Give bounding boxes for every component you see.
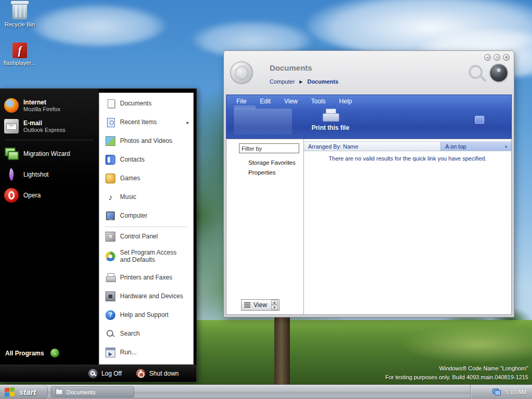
start-menu-separator	[104, 227, 188, 227]
taskbar-task-documents[interactable]: Documents	[51, 387, 134, 397]
meadow-highlight	[400, 325, 532, 364]
printer-icon	[105, 273, 115, 283]
start-item-hardware-devices[interactable]: Hardware and Devices	[99, 287, 193, 305]
start-item-opera[interactable]: Opera	[0, 185, 99, 206]
arranged-by-header[interactable]: Arranged By: Name	[304, 142, 441, 151]
control-panel-icon	[105, 232, 115, 242]
link-properties[interactable]: Properties	[248, 168, 296, 178]
start-item-migration-wizard[interactable]: Migration Wizard	[0, 143, 99, 164]
breadcrumb-documents[interactable]: Documents	[307, 78, 338, 85]
view-label: View	[254, 301, 267, 309]
breadcrumb-computer[interactable]: Computer	[270, 78, 295, 85]
submenu-arrow-icon: ▸	[187, 119, 189, 125]
desktop-icon-recycle-bin[interactable]: Recycle Bin	[1, 2, 38, 28]
desktop-icon-label: Recycle Bin	[1, 21, 38, 28]
left-pane: Storage Favorites Properties View ▲ ▼	[227, 139, 304, 314]
system-tray: 5:10 AM	[470, 385, 532, 399]
start-button[interactable]: start	[0, 385, 48, 399]
start-item-computer[interactable]: Computer	[99, 206, 193, 225]
item-label: Printers and Faxes	[120, 274, 183, 281]
filter-input[interactable]	[239, 143, 299, 153]
start-item-internet[interactable]: Internet Mozilla Firefox	[0, 95, 99, 116]
start-item-contacts[interactable]: Contacts	[99, 150, 193, 169]
item-label: Help and Support	[120, 311, 183, 318]
view-selector[interactable]: View ▲ ▼	[241, 299, 280, 311]
item-label: Games	[120, 175, 183, 182]
documents-window: Documents Computer ▶ Documents – ▫ × * F…	[223, 50, 514, 317]
menu-view[interactable]: View	[277, 96, 304, 107]
folder-icon	[56, 389, 63, 395]
network-tray-icon[interactable]	[493, 389, 501, 395]
task-button-label: Documents	[66, 389, 96, 395]
watermark-line1: Windows® Code Name "Longhorn"	[385, 364, 528, 373]
start-menu-left-column: Internet Mozilla Firefox E-mail Outlook …	[0, 89, 99, 365]
taskbar-clock[interactable]: 5:10 AM	[506, 389, 526, 395]
start-item-help-support[interactable]: ? Help and Support	[99, 305, 193, 324]
start-item-program-access[interactable]: Set Program Access and Defaults	[99, 244, 193, 268]
link-storage-favorites[interactable]: Storage Favorites	[248, 158, 296, 168]
item-label: Recent Items	[120, 118, 182, 126]
print-label: Print this file	[289, 124, 372, 131]
start-item-control-panel[interactable]: Control Panel	[99, 229, 193, 244]
folder-watermark-icon	[234, 109, 292, 135]
quick-links: Storage Favorites Properties	[248, 158, 296, 178]
folder-orb-icon	[230, 61, 253, 84]
start-item-recent-items[interactable]: Recent Items ▸	[99, 113, 193, 131]
documents-icon	[105, 99, 115, 109]
start-item-title: E-mail	[23, 119, 65, 127]
search-icon[interactable]	[469, 65, 483, 79]
breadcrumb-separator-icon: ▶	[299, 79, 302, 84]
start-item-games[interactable]: Games	[99, 169, 193, 188]
spinner-up-icon[interactable]: ▲	[271, 300, 278, 305]
item-label: Hardware and Devices	[120, 292, 183, 300]
toolbar-small-button[interactable]	[475, 116, 484, 124]
start-item-email[interactable]: E-mail Outlook Express	[0, 116, 99, 137]
games-icon	[105, 174, 115, 183]
sort-order-header[interactable]: A on top ▲	[441, 142, 511, 151]
results-pane: Arranged By: Name A on top ▲ There are n…	[304, 139, 511, 314]
shut-down-label: Shut down	[149, 370, 179, 377]
menu-file[interactable]: File	[230, 96, 253, 107]
start-item-run[interactable]: Run...	[99, 343, 193, 362]
minimize-button[interactable]: –	[484, 54, 491, 61]
recent-items-icon	[105, 117, 115, 127]
start-item-music[interactable]: ♪ Music	[99, 188, 193, 206]
build-watermark: Windows® Code Name "Longhorn" For testin…	[385, 364, 528, 382]
start-button-label: start	[19, 388, 36, 396]
windows-flag-icon	[5, 387, 16, 397]
start-item-subtitle: Mozilla Firefox	[23, 106, 60, 112]
start-menu-right-column: Documents Recent Items ▸ Photos and Vide…	[99, 92, 194, 365]
shut-down-power-icon	[136, 369, 145, 378]
start-item-printers-faxes[interactable]: Printers and Faxes	[99, 268, 193, 287]
menu-tools[interactable]: Tools	[304, 96, 332, 107]
lightshot-feather-icon	[4, 167, 19, 182]
start-item-search[interactable]: Search	[99, 324, 193, 343]
spinner-down-icon[interactable]: ▼	[271, 305, 278, 310]
start-item-subtitle: Outlook Express	[23, 127, 65, 133]
start-item-lightshot[interactable]: Lightshot	[0, 164, 99, 185]
migration-wizard-icon	[4, 147, 19, 161]
menu-help[interactable]: Help	[332, 96, 359, 107]
start-item-title: Internet	[23, 99, 60, 106]
sort-ascending-icon: ▲	[504, 144, 508, 149]
list-view-icon	[244, 302, 250, 308]
all-programs-label: All Programs	[5, 350, 44, 357]
shut-down-button[interactable]: Shut down	[136, 369, 179, 378]
desktop-icon-flashplayer[interactable]: f flashplayer...	[1, 43, 38, 66]
sort-order-label: A on top	[445, 143, 466, 150]
all-programs-button[interactable]: All Programs →	[5, 349, 59, 357]
log-off-key-icon	[88, 369, 98, 378]
maximize-button[interactable]: ▫	[494, 54, 500, 61]
menu-edit[interactable]: Edit	[253, 96, 277, 107]
tree-trunk	[274, 311, 290, 384]
log-off-button[interactable]: Log Off	[88, 369, 122, 378]
print-this-file-button[interactable]: Print this file	[289, 109, 372, 131]
view-spinner: ▲ ▼	[271, 300, 278, 310]
start-item-documents[interactable]: Documents	[99, 94, 193, 113]
star-button[interactable]: *	[490, 64, 508, 82]
desktop-icon-label: flashplayer...	[1, 60, 38, 66]
start-item-photos-videos[interactable]: Photos and Videos	[99, 131, 193, 150]
close-button[interactable]: ×	[503, 54, 510, 61]
start-item-title: Migration Wizard	[23, 150, 70, 157]
watermark-line2: For testing purposes only. Build 4093.ma…	[385, 373, 528, 382]
